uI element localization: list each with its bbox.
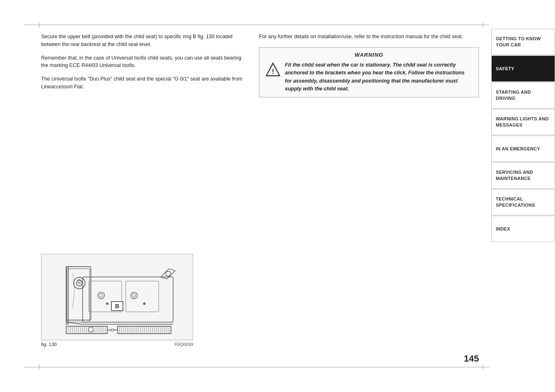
svg-point-68 [111,329,113,331]
left-para-1: Secure the upper belt (provided with the… [41,33,243,48]
figure-area: B [41,254,193,347]
warning-triangle-icon: ! [265,62,281,78]
svg-point-17 [106,302,109,305]
figure-caption: fig. 130 F0Q0699 [41,342,193,347]
tick-bottom-right [483,364,483,369]
svg-point-18 [143,302,146,305]
warning-body: ! Fit the child seat when the car is sta… [265,61,473,93]
sidebar-item-starting-and-driving[interactable]: STARTING AND DRIVING [491,82,555,108]
figure-code: F0Q0699 [174,342,193,347]
left-para-3: The Universal Isofix "Duo Plus" child se… [41,75,243,91]
svg-point-40 [88,327,93,332]
right-sidebar: GETTING TO KNOW YOUR CAR SAFETY STARTING… [491,0,555,392]
border-top [25,25,489,25]
sidebar-item-in-an-emergency[interactable]: IN AN EMERGENCY [491,136,555,162]
sidebar-item-index[interactable]: INDEX [491,216,555,242]
tick-top-right [483,23,483,28]
figure-label: fig. 130 [41,342,57,347]
sidebar-item-servicing[interactable]: SERVICING AND MAINTENANCE [491,162,555,189]
sidebar-item-safety[interactable]: SAFETY [491,55,555,82]
middle-column: For any further details on installation/… [255,33,487,359]
sidebar-item-technical[interactable]: TECHNICAL SPECIFICATIONS [491,189,555,215]
sidebar-item-warning-lights[interactable]: WARNING LIGHTS AND MESSAGES [491,109,555,135]
svg-text:!: ! [272,67,274,75]
border-bottom [25,367,489,367]
page-number: 145 [464,353,479,364]
tick-bottom-left [39,364,39,369]
warning-box: WARNING ! Fit the child seat when the ca… [259,47,479,98]
sidebar-item-getting-to-know[interactable]: GETTING TO KNOW YOUR CAR [491,29,555,55]
page-container: Secure the upper belt (provided with the… [0,0,555,392]
tick-top-left [39,23,39,28]
figure-image: B [41,254,193,340]
intro-text: For any further details on installation/… [259,33,479,41]
diagram-svg: B [42,254,193,340]
warning-header: WARNING [265,52,473,58]
svg-text:B: B [115,303,119,309]
warning-text: Fit the child seat when the car is stati… [285,61,473,93]
left-para-2: Remember that, in the case of Universal … [41,54,243,70]
